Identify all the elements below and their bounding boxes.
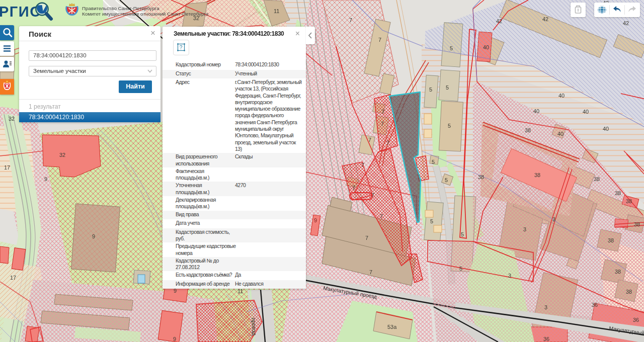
svg-text:5: 5 [448, 123, 451, 129]
svg-text:40: 40 [583, 109, 589, 115]
svg-text:7: 7 [368, 137, 371, 143]
svg-text:38: 38 [608, 237, 614, 243]
svg-text:38: 38 [525, 127, 531, 133]
svg-text:7: 7 [380, 213, 383, 219]
svg-text:11: 11 [274, 8, 279, 14]
svg-text:3: 3 [523, 226, 526, 232]
svg-text:42: 42 [542, 16, 548, 22]
svg-text:17: 17 [10, 275, 16, 281]
svg-text:7: 7 [378, 37, 381, 43]
svg-text:36: 36 [633, 317, 639, 323]
svg-text:3: 3 [508, 273, 511, 279]
svg-text:40: 40 [558, 93, 565, 99]
svg-text:5: 5 [446, 84, 449, 91]
svg-text:7: 7 [365, 235, 368, 241]
svg-text:32: 32 [59, 152, 65, 158]
svg-text:5: 5 [461, 231, 464, 237]
svg-text:36: 36 [543, 336, 549, 342]
svg-text:7: 7 [352, 185, 355, 191]
svg-text:38: 38 [615, 269, 621, 275]
svg-text:32: 32 [9, 116, 15, 122]
svg-text:9: 9 [314, 217, 317, 223]
svg-text:38: 38 [615, 190, 621, 196]
svg-text:7: 7 [371, 192, 374, 198]
svg-text:5: 5 [432, 159, 435, 165]
svg-text:7: 7 [381, 109, 384, 115]
svg-text:40: 40 [557, 131, 564, 137]
svg-text:?: ? [180, 44, 183, 50]
svg-text:17: 17 [4, 164, 10, 170]
svg-text:11: 11 [237, 288, 243, 294]
svg-text:5: 5 [429, 87, 432, 93]
svg-text:7: 7 [369, 269, 372, 275]
svg-text:9: 9 [92, 233, 95, 239]
svg-text:42: 42 [623, 20, 629, 26]
svg-text:40: 40 [483, 44, 489, 50]
svg-text:7: 7 [386, 140, 389, 146]
svg-text:40: 40 [603, 126, 609, 132]
svg-text:7: 7 [381, 121, 384, 127]
svg-text:38: 38 [626, 289, 632, 295]
svg-text:40: 40 [533, 108, 539, 114]
svg-text:3: 3 [544, 304, 547, 310]
svg-text:7: 7 [361, 162, 364, 168]
svg-text:38: 38 [634, 221, 640, 227]
svg-text:42: 42 [496, 18, 502, 24]
svg-text:5: 5 [459, 266, 462, 272]
svg-text:5: 5 [450, 45, 453, 51]
svg-text:38: 38 [534, 172, 540, 178]
svg-text:9: 9 [173, 336, 176, 342]
svg-text:38: 38 [626, 198, 632, 204]
svg-text:5: 5 [430, 218, 433, 224]
svg-text:9: 9 [44, 176, 47, 182]
svg-text:7: 7 [349, 17, 352, 23]
svg-text:36: 36 [592, 302, 598, 308]
svg-text:38: 38 [478, 174, 484, 180]
svg-text:38: 38 [594, 176, 600, 182]
svg-text:53a: 53a [387, 324, 397, 330]
svg-text:5: 5 [445, 177, 448, 183]
svg-text:проезд: проезд [251, 317, 258, 335]
svg-text:3: 3 [552, 216, 555, 222]
